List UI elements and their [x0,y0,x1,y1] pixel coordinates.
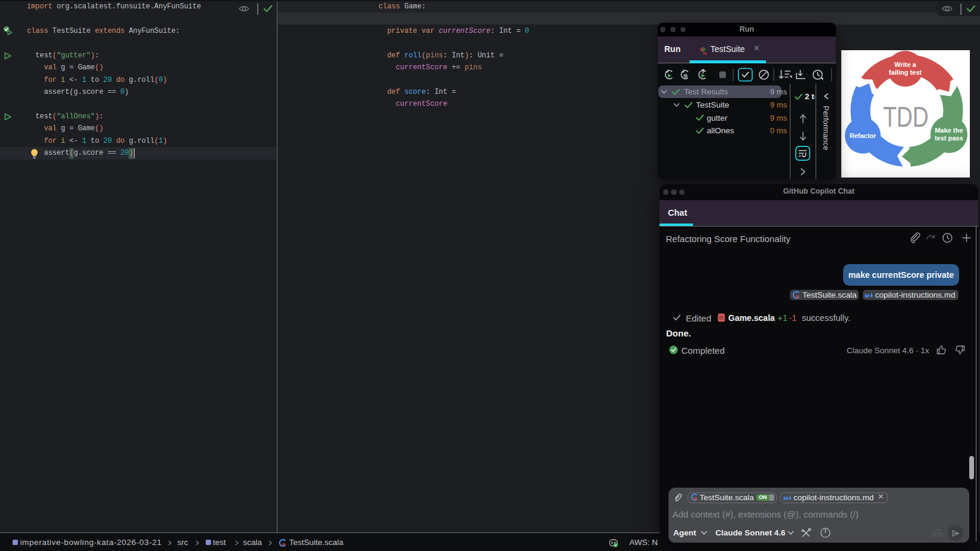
svg-text:Make the: Make the [935,127,963,134]
svg-text:M: M [783,495,788,501]
svg-text:TDD: TDD [883,101,929,133]
svg-text:Write a: Write a [894,61,917,68]
svg-text:failing test: failing test [889,69,921,76]
svg-text:Refactor: Refactor [850,132,877,139]
svg-text:test pass: test pass [935,134,963,142]
svg-text:M: M [865,292,869,298]
